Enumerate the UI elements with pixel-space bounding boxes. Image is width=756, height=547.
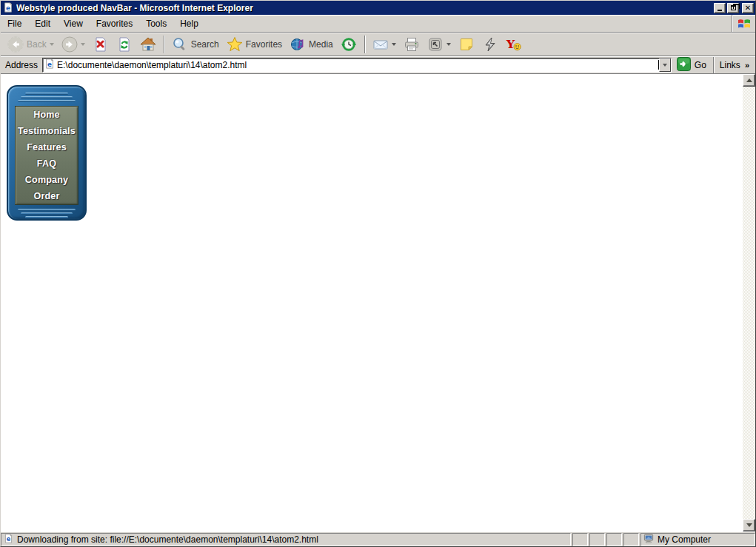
menu-file[interactable]: File [1, 15, 28, 32]
menu-tools[interactable]: Tools [139, 15, 173, 32]
note-icon [458, 36, 475, 53]
nav-item-home[interactable]: Home [16, 107, 78, 123]
widget-bottom-ridges [18, 207, 76, 221]
favorites-star-icon [227, 36, 243, 53]
forward-icon [61, 36, 78, 53]
forward-button[interactable] [58, 34, 89, 55]
discuss-button[interactable] [455, 34, 478, 55]
media-icon [290, 36, 306, 53]
history-button[interactable] [337, 34, 361, 55]
toolbar: Back Searc [1, 33, 755, 56]
go-arrow-icon [677, 57, 691, 73]
home-button[interactable] [136, 34, 160, 55]
nav-item-features[interactable]: Features [16, 139, 78, 155]
status-message-pane: e Downloading from site: file://E:\docum… [1, 533, 571, 546]
chevron-more-icon: » [745, 61, 749, 70]
fullscreen-dropdown-icon [446, 43, 451, 46]
status-pane-empty [623, 533, 639, 546]
mail-button[interactable] [369, 34, 400, 55]
back-dropdown-icon [50, 43, 54, 46]
favorites-button[interactable]: Favorites [223, 34, 286, 55]
scrollbar-track[interactable] [743, 87, 755, 519]
resize-arrow-icon [427, 36, 444, 53]
yahoo-button[interactable]: Y [502, 34, 526, 55]
status-text: Downloading from site: file://E:\documen… [17, 534, 318, 545]
minimize-icon [717, 10, 722, 11]
print-icon [404, 36, 420, 53]
menu-edit[interactable]: Edit [28, 15, 57, 32]
address-bar: Address e E:\documente\daemon\templaturi… [1, 56, 755, 74]
widget-top-ridges [18, 90, 76, 104]
menu-favorites[interactable]: Favorites [90, 15, 139, 32]
stop-button[interactable] [89, 34, 113, 55]
ie-page-icon: e [3, 2, 13, 14]
history-icon [341, 36, 357, 53]
refresh-button[interactable] [113, 34, 136, 55]
search-icon [172, 36, 188, 53]
links-label: Links [720, 60, 740, 70]
ie-page-icon: e [44, 58, 55, 71]
status-pane-empty [589, 533, 605, 546]
svg-text:Y: Y [506, 37, 515, 51]
menubar-spacer [205, 15, 732, 32]
restore-button[interactable] [727, 3, 739, 13]
close-button[interactable]: ✕ [742, 3, 754, 13]
nav-item-company[interactable]: Company [16, 172, 78, 188]
ie-page-icon: e [4, 534, 13, 546]
go-button[interactable]: Go [672, 57, 712, 73]
title-bar: e Webstyle produced NavBar - Microsoft I… [1, 1, 755, 15]
navbar-panel: Home Testimonials Features FAQ Company O… [15, 106, 78, 205]
refresh-icon [116, 36, 133, 53]
svg-text:e: e [47, 61, 52, 68]
scroll-down-button[interactable] [743, 519, 755, 531]
close-icon: ✕ [745, 4, 751, 12]
status-bar: e Downloading from site: file://E:\docum… [1, 531, 755, 546]
browser-window: e Webstyle produced NavBar - Microsoft I… [0, 0, 756, 547]
menu-view[interactable]: View [57, 15, 90, 32]
vertical-scrollbar[interactable] [743, 74, 755, 531]
back-label: Back [27, 39, 47, 50]
page-viewport: Home Testimonials Features FAQ Company O… [1, 74, 743, 531]
toolbar-separator [164, 36, 164, 53]
chevron-down-icon [663, 64, 667, 67]
home-icon [140, 36, 156, 53]
nav-item-order[interactable]: Order [16, 188, 78, 204]
links-bar[interactable]: Links » [713, 57, 754, 73]
nav-item-faq[interactable]: FAQ [16, 155, 78, 172]
scroll-up-button[interactable] [743, 74, 755, 87]
address-input[interactable]: e E:\documente\daemon\templaturi\14\atom… [42, 58, 672, 73]
search-button[interactable]: Search [168, 34, 223, 55]
mail-dropdown-icon [392, 43, 396, 46]
menu-bar: File Edit View Favorites Tools Help [1, 15, 755, 33]
my-computer-icon [643, 534, 654, 546]
address-value: E:\documente\daemon\templaturi\14\atom2.… [57, 60, 658, 70]
stop-icon [93, 36, 109, 53]
forward-dropdown-icon [81, 43, 85, 46]
status-pane-empty [572, 533, 588, 546]
nav-item-testimonials[interactable]: Testimonials [16, 123, 78, 139]
window-title: Webstyle produced NavBar - Microsoft Int… [16, 3, 712, 13]
media-button[interactable]: Media [286, 34, 337, 55]
back-icon [7, 36, 24, 53]
lightning-icon [482, 36, 498, 53]
restore-icon [731, 5, 736, 10]
address-dropdown-button[interactable] [659, 58, 671, 72]
mail-icon [372, 36, 389, 53]
minimize-button[interactable] [714, 3, 726, 13]
search-label: Search [191, 39, 219, 50]
messenger-button[interactable] [478, 34, 502, 55]
toolbar-separator [364, 36, 365, 53]
security-zone-pane: My Computer [640, 533, 755, 546]
back-button[interactable]: Back [4, 34, 58, 55]
media-label: Media [309, 39, 333, 50]
browser-content: Home Testimonials Features FAQ Company O… [1, 74, 755, 531]
print-button[interactable] [400, 34, 424, 55]
status-pane-empty [606, 533, 622, 546]
svg-text:e: e [6, 4, 10, 11]
svg-text:e: e [7, 535, 11, 543]
zone-label: My Computer [658, 534, 711, 545]
fullscreen-button[interactable] [424, 34, 455, 55]
favorites-label: Favorites [246, 39, 282, 50]
arrow-down-icon [746, 523, 752, 527]
menu-help[interactable]: Help [173, 15, 205, 32]
